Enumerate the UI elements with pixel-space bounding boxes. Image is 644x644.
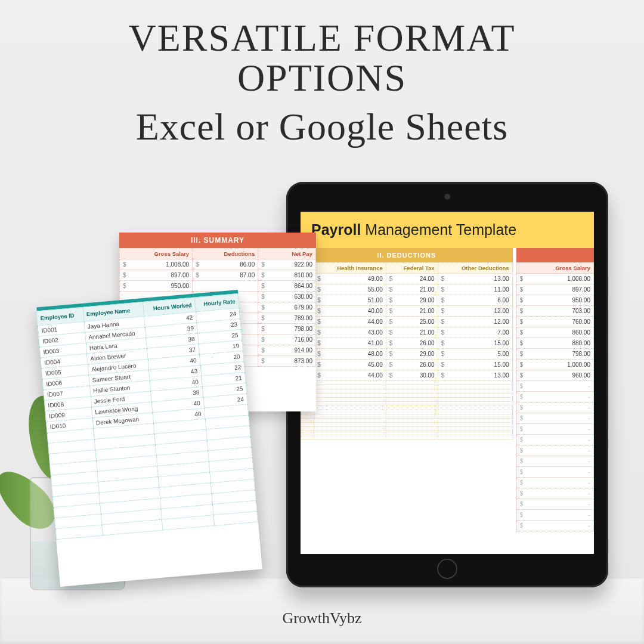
gross-band — [516, 248, 594, 262]
table-row: 950.00 — [516, 295, 593, 306]
employee-sheet-card: Employee ID Employee Name Hours Worked H… — [36, 290, 262, 587]
table-row: 19 40.0021.0012.00 — [301, 306, 513, 317]
table-row — [301, 410, 513, 414]
table-row: $- — [516, 413, 593, 424]
table-row — [301, 419, 513, 423]
table-row — [301, 402, 513, 406]
table-row: 20 43.0021.007.00 — [301, 327, 513, 338]
tablet-device: Payroll Management Template II. DEDUCTIO… — [286, 182, 608, 587]
table-row: 798.00 — [516, 349, 593, 360]
table-row: 1,000.00 — [516, 360, 593, 370]
table-row: 960.00 — [516, 370, 593, 381]
tablet-screen: Payroll Management Template II. DEDUCTIO… — [301, 212, 594, 554]
employee-table: Employee ID Employee Name Hours Worked H… — [36, 290, 258, 540]
table-row: 860.00 — [516, 327, 593, 338]
table-row — [301, 398, 513, 402]
heading-line2: OPTIONS — [0, 58, 644, 98]
table-row: $- — [516, 499, 593, 510]
table-row: 23 55.0021.0011.00 — [301, 284, 513, 295]
col-gross-salary: Gross Salary — [516, 263, 593, 274]
table-row: $- — [516, 478, 593, 488]
table-row — [301, 435, 513, 439]
table-row: 25 51.0029.006.00 — [301, 295, 513, 306]
table-row: 1,008.00 — [516, 274, 593, 284]
table-row: 1,008.0086.00922.00 — [120, 259, 316, 270]
table-row — [301, 414, 513, 419]
spreadsheet-title: Payroll Management Template — [301, 212, 594, 248]
title-rest: Management Template — [361, 221, 516, 238]
table-row: 21 48.0029.005.00 — [301, 349, 513, 360]
col-federal-tax: Federal Tax — [386, 263, 438, 274]
table-row — [301, 406, 513, 410]
table-row — [301, 389, 513, 394]
table-row — [301, 423, 513, 427]
table-row: 24 44.0030.0013.00 — [301, 370, 513, 381]
table-row: $- — [516, 392, 593, 402]
col-gross-salary: Gross Salary — [120, 249, 193, 259]
table-row: 897.0087.00810.00 — [120, 270, 316, 281]
table-row: $- — [516, 424, 593, 435]
table-row: $- — [516, 435, 593, 445]
table-row: 22 41.0026.0015.00 — [301, 338, 513, 349]
table-row — [301, 381, 513, 385]
table-row — [301, 427, 513, 431]
camera-icon — [444, 194, 450, 200]
col-health-insurance: Health Insurance — [314, 263, 386, 274]
gross-salary-table: Gross Salary 1,008.00897.00950.00703.007… — [516, 262, 594, 531]
table-row: 760.00 — [516, 317, 593, 327]
table-row: 703.00 — [516, 306, 593, 317]
table-row: 950.00864.00 — [120, 281, 316, 292]
table-row: 897.00 — [516, 284, 593, 295]
heading-block: VERSATILE FORMAT OPTIONS Excel or Google… — [0, 18, 644, 149]
table-row: $- — [516, 488, 593, 499]
summary-band: III. SUMMARY — [119, 233, 316, 248]
table-row: 20 44.0025.0012.00 — [301, 317, 513, 327]
table-row: 25 45.0026.0015.00 — [301, 360, 513, 370]
table-row: 24 49.0024.0013.00 — [301, 274, 513, 284]
table-row — [301, 385, 513, 389]
table-row: $- — [516, 445, 593, 456]
table-row — [301, 431, 513, 435]
table-row: $- — [516, 456, 593, 467]
col-net-pay: Net Pay — [258, 249, 316, 259]
table-row: $- — [516, 381, 593, 392]
heading-line1: VERSATILE FORMAT — [0, 18, 644, 58]
table-row: 880.00 — [516, 338, 593, 349]
col-other-deductions: Other Deductions — [438, 263, 512, 274]
table-row: $- — [516, 510, 593, 521]
brand-footer: GrowthVybz — [0, 609, 644, 627]
home-button-icon — [437, 559, 457, 579]
table-row: $- — [516, 521, 593, 531]
title-bold: Payroll — [311, 221, 361, 238]
table-row — [301, 394, 513, 398]
table-row: $- — [516, 402, 593, 413]
heading-subtitle: Excel or Google Sheets — [0, 105, 644, 149]
deductions-table: Health Insurance Federal Tax Other Deduc… — [301, 262, 513, 439]
deductions-band: II. DEDUCTIONS — [301, 248, 513, 262]
table-row: $- — [516, 467, 593, 478]
col-deductions: Deductions — [193, 249, 258, 259]
